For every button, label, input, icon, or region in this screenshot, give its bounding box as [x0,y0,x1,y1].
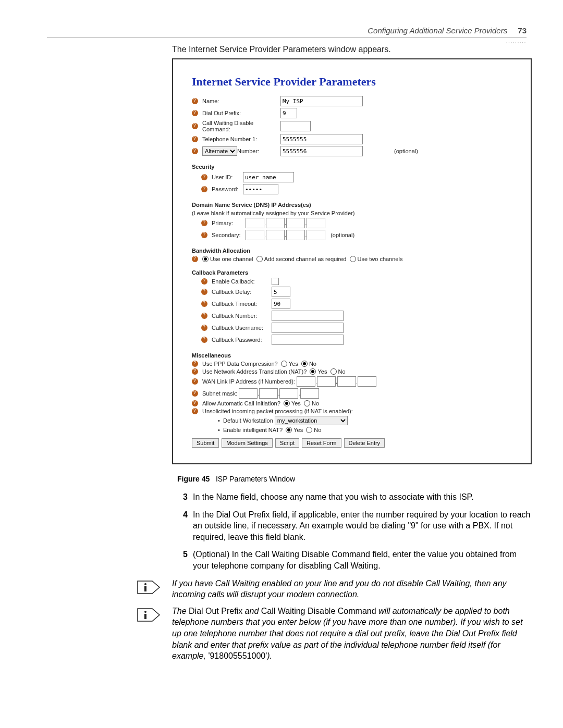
help-icon[interactable] [201,337,207,343]
help-icon[interactable] [192,110,198,116]
help-icon[interactable] [192,123,198,129]
help-icon[interactable] [192,256,198,262]
help-icon[interactable] [192,98,198,104]
reset-form-button[interactable]: Reset Form [302,438,341,448]
help-icon[interactable] [201,186,207,192]
svg-marker-0 [138,581,160,594]
ip-input[interactable] [259,388,278,399]
callback-number-input[interactable] [272,311,344,321]
ppp-yes-radio[interactable] [281,361,287,367]
opt1-label: Use one channel [210,256,253,262]
callback-username-label: Callback Username: [212,325,272,331]
help-icon[interactable] [201,174,207,180]
call-waiting-input[interactable] [280,121,311,131]
screenshot-frame: Internet Service Provider Parameters Nam… [172,58,532,464]
intelnat-no-radio[interactable] [306,427,312,433]
ip-input[interactable] [279,388,298,399]
tel1-input[interactable] [280,134,363,144]
default-ws-select[interactable]: my_workstation [275,416,348,425]
help-icon[interactable] [201,325,207,331]
intro-text: The Internet Service Provider Parameters… [172,45,532,54]
dial-prefix-label: Dial Out Prefix: [202,110,280,116]
help-icon[interactable] [192,136,198,142]
help-icon[interactable] [201,289,207,295]
help-icon[interactable] [192,368,198,375]
callback-username-input[interactable] [272,323,344,333]
help-icon[interactable] [192,148,198,154]
radio-two-channels[interactable] [350,256,356,262]
callback-heading: Callback Parameters [192,269,520,276]
step-3-text: In the Name field, choose any name that … [193,491,532,503]
secondary-label: Secondary: [212,232,246,238]
nat-no-radio[interactable] [331,368,337,375]
ip-input[interactable] [286,218,305,228]
default-ws-label: Default Workstation [223,417,273,424]
name-input[interactable] [280,96,363,106]
help-icon[interactable] [192,408,198,414]
radio-one-channel[interactable] [202,256,209,262]
help-icon[interactable] [201,313,207,319]
callback-timeout-input[interactable] [272,299,290,309]
header-dots: ......... [47,38,527,45]
alt-number-input[interactable] [280,146,363,156]
intelnat-yes-radio[interactable] [286,427,292,433]
help-icon[interactable] [192,361,198,367]
no-label: No [314,427,321,433]
help-icon[interactable] [192,390,198,397]
misc-heading: Miscellaneous [192,352,520,359]
script-button[interactable]: Script [275,438,299,448]
delete-entry-button[interactable]: Delete Entry [344,438,385,448]
ip-input[interactable] [297,376,315,387]
ip-input[interactable] [307,230,325,240]
radio-add-channel[interactable] [256,256,263,262]
callback-password-label: Callback Password: [212,337,272,343]
no-label: No [309,361,316,367]
ip-input[interactable] [317,376,336,387]
alternate-select[interactable]: Alternate [202,146,237,156]
dns-note: (Leave blank if automatically assigned b… [192,210,520,216]
step-4-text: In the Dial Out Prefix field, if applica… [193,509,532,543]
userid-input[interactable] [243,172,294,182]
callback-delay-input[interactable] [272,287,290,297]
svg-point-1 [144,583,146,585]
help-icon[interactable] [192,400,198,406]
yes-label: Yes [293,427,303,433]
enable-callback-label: Enable Callback: [212,278,272,285]
info-icon [137,608,161,622]
password-input[interactable] [243,184,278,194]
ip-input[interactable] [246,218,264,228]
primary-label: Primary: [212,220,246,226]
ppp-no-radio[interactable] [301,361,308,367]
dial-prefix-input[interactable] [280,108,297,118]
ip-input[interactable] [246,230,264,240]
enable-callback-checkbox[interactable] [272,278,279,285]
callback-timeout-label: Callback Timeout: [212,301,272,307]
callback-delay-label: Callback Delay: [212,289,272,295]
ip-input[interactable] [300,388,319,399]
step-number: 4 [172,509,193,543]
ip-input[interactable] [266,218,285,228]
ip-input[interactable] [307,218,325,228]
ip-input[interactable] [358,376,376,387]
autocall-yes-radio[interactable] [284,400,290,406]
page-header: Configuring Additional Service Providers… [47,26,532,45]
callback-password-input[interactable] [272,335,344,345]
nat-yes-radio[interactable] [310,368,316,375]
help-icon[interactable] [201,220,207,226]
opt2-label: Add second channel as required [264,256,347,262]
help-icon[interactable] [201,232,207,238]
help-icon[interactable] [201,278,207,285]
help-icon[interactable] [201,301,207,307]
ip-input[interactable] [266,230,285,240]
ip-input[interactable] [239,388,258,399]
unsolicited-label: Unsolicited incoming packet processing (… [202,408,353,414]
subnet-label: Subnet mask: [202,390,237,397]
help-icon[interactable] [192,378,198,385]
autocall-no-radio[interactable] [304,400,310,406]
no-label: No [312,400,319,406]
submit-button[interactable]: Submit [192,438,219,448]
ip-input[interactable] [286,230,305,240]
ip-input[interactable] [337,376,356,387]
note-1-text: If you have Call Waiting enabled on your… [172,578,532,600]
modem-settings-button[interactable]: Modem Settings [222,438,272,448]
